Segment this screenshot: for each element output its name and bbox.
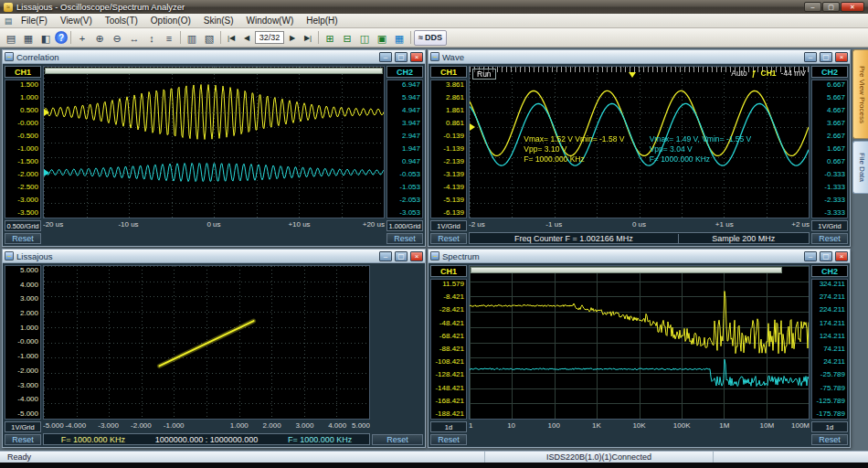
maximize-button[interactable]: ▢: [820, 251, 832, 261]
zoom-out-icon[interactable]: ⊖: [109, 30, 125, 46]
menu-item[interactable]: Tools(T): [99, 15, 144, 27]
ch2-reset-button[interactable]: Reset: [386, 233, 423, 244]
menu-item[interactable]: File(F): [15, 15, 54, 27]
last-frame-icon[interactable]: ▶|: [301, 30, 315, 46]
layout-quad-icon[interactable]: ⊞: [322, 30, 338, 46]
ch1-reset-button[interactable]: Reset: [5, 233, 41, 244]
ch1-column: CH1 3.8612.8611.8610.861-0.139-1.139-2.1…: [430, 66, 467, 244]
trigger-mode[interactable]: Auto: [731, 69, 747, 78]
minimize-button[interactable]: –: [804, 52, 817, 62]
ch2-reset-button[interactable]: Reset: [811, 233, 848, 244]
panel-list-icon[interactable]: ▥: [184, 30, 200, 46]
run-status[interactable]: Run: [472, 69, 496, 80]
wave-titlebar[interactable]: ~ Wave – ▢ ×: [429, 50, 850, 64]
list-icon[interactable]: ≡: [161, 30, 177, 46]
wave-plot[interactable]: Run Auto ƒ CH1 -44 mV Vmax= 1.52 V Vmin=…: [469, 66, 810, 218]
position-scrollbar[interactable]: [45, 68, 383, 74]
menu-item[interactable]: Help(H): [300, 15, 344, 27]
x-axis-label: 10: [507, 421, 515, 430]
ch1-grid-setting[interactable]: 1V/Grid: [430, 220, 467, 231]
ch1-grid-setting[interactable]: 0.500/Grid: [5, 220, 41, 231]
horizontal-expand-icon[interactable]: ↔: [126, 30, 143, 46]
close-button[interactable]: ×: [835, 52, 848, 62]
wave-canvas: [470, 67, 809, 218]
next-frame-icon[interactable]: ▶: [285, 30, 300, 46]
trigger-position-marker[interactable]: [629, 72, 636, 78]
panel-grid-icon[interactable]: ▧: [201, 30, 217, 46]
ch1-scale-value: -5.139: [433, 197, 464, 204]
position-scrollbar[interactable]: [471, 267, 782, 273]
ch1-grid-setting[interactable]: 1d: [430, 421, 467, 432]
menu-item[interactable]: Skin(S): [197, 15, 240, 27]
frequency-axis-labels: 1101001K10K100K1M10M100M: [469, 421, 810, 431]
correlation-title: Correlation: [16, 52, 376, 62]
window-titlebar[interactable]: ≈ Lissajous - Oscilloscope/Spectrum Anal…: [0, 0, 868, 14]
minimize-button[interactable]: –: [804, 251, 817, 261]
maximize-button[interactable]: ▢: [395, 251, 408, 261]
open-icon[interactable]: ▦: [20, 30, 37, 46]
close-button[interactable]: ×: [410, 52, 423, 62]
reset-button[interactable]: Reset: [372, 434, 423, 445]
prev-frame-icon[interactable]: ◀: [239, 30, 254, 46]
ch1-reset-button[interactable]: Reset: [430, 233, 467, 244]
ch2-reset-button[interactable]: Reset: [811, 434, 848, 445]
ch2-grid-setting[interactable]: 1d: [811, 421, 848, 432]
menu-item[interactable]: View(V): [54, 15, 99, 27]
export-icon[interactable]: ◧: [37, 30, 54, 46]
ch2-frequency: F= 1000.000 KHz: [270, 435, 369, 444]
maximize-button[interactable]: ▢: [395, 52, 408, 62]
layout-cascade-icon[interactable]: ▣: [374, 30, 390, 46]
status-bar: Ready ISDS220B(1.0)(1)Connected: [0, 451, 868, 463]
lissajous-titlebar[interactable]: ~ Lissajous – ▢ ×: [3, 250, 425, 263]
menu-item[interactable]: Window(W): [240, 15, 301, 27]
zoom-in-icon[interactable]: ⊕: [91, 30, 108, 46]
trigger-source[interactable]: CH1: [761, 69, 777, 78]
reset-button[interactable]: Reset: [5, 434, 41, 445]
maximize-button[interactable]: ▢: [822, 2, 840, 12]
help-icon[interactable]: ?: [55, 31, 68, 44]
wave-title: Wave: [442, 52, 801, 62]
correlation-titlebar[interactable]: ~ Correlation – ▢ ×: [3, 50, 425, 64]
spectrum-plot[interactable]: [469, 265, 810, 420]
menu-item[interactable]: Option(O): [144, 15, 197, 27]
ch2-scale-value: -1.333: [814, 184, 845, 191]
tab-preview-process[interactable]: Pre View Process: [852, 49, 868, 139]
x-axis-label: 10M: [760, 421, 775, 430]
ch1-zero-marker[interactable]: [44, 109, 49, 116]
spectrum-titlebar[interactable]: ~ Spectrum – ▢ ×: [429, 250, 850, 263]
trigger-edge-icon[interactable]: ƒ: [752, 69, 757, 78]
layout-horizontal-icon[interactable]: ⊟: [339, 30, 355, 46]
maximize-button[interactable]: ▢: [820, 52, 832, 62]
y-scale-value: -3.000: [7, 382, 38, 389]
close-button[interactable]: ×: [835, 251, 848, 261]
lissajous-canvas: [44, 266, 369, 419]
tab-file-data[interactable]: File Data: [852, 141, 868, 194]
dds-button[interactable]: ≈DDS: [414, 30, 447, 46]
app-icon: ≈: [4, 3, 13, 12]
first-frame-icon[interactable]: |◀: [224, 30, 238, 46]
trigger-level[interactable]: -44 mV: [781, 69, 806, 78]
ch2-zero-marker[interactable]: [44, 169, 49, 176]
layout-tab-icon[interactable]: ▦: [391, 30, 408, 46]
close-button[interactable]: ✕: [841, 2, 864, 12]
minimize-button[interactable]: –: [379, 251, 392, 261]
ch2-scale: 6.9475.9474.9473.9472.9471.9470.947-0.05…: [386, 80, 423, 218]
document-icon: ▤: [2, 16, 15, 26]
cursor-icon[interactable]: +: [74, 30, 90, 46]
ch1-reset-button[interactable]: Reset: [430, 434, 467, 445]
ch1-level-marker[interactable]: [470, 123, 475, 131]
minimize-button[interactable]: –: [379, 52, 392, 62]
ch2-grid-setting[interactable]: 1.000/Grid: [386, 220, 423, 231]
report-icon[interactable]: ▤: [3, 30, 19, 46]
x-axis-label: 1K: [592, 421, 601, 430]
minimize-button[interactable]: –: [804, 2, 821, 12]
close-button[interactable]: ×: [410, 251, 423, 261]
lissajous-plot[interactable]: [43, 265, 370, 420]
layout-vertical-icon[interactable]: ◫: [356, 30, 373, 46]
correlation-plot[interactable]: [43, 66, 385, 218]
spacer: [43, 232, 385, 244]
ch1-measurement-line: Vpp= 3.10 V: [524, 144, 624, 154]
grid-setting[interactable]: 1V/Grid: [5, 421, 41, 432]
ch2-grid-setting[interactable]: 1V/Grid: [811, 220, 848, 231]
vertical-expand-icon[interactable]: ↕: [143, 30, 160, 46]
